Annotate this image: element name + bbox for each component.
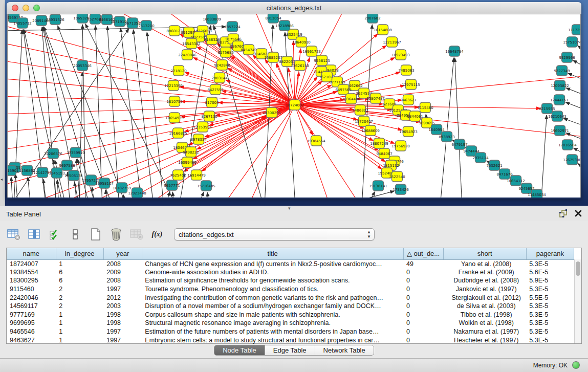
table-cell[interactable]: Yano et al. (2008)	[443, 259, 526, 268]
column-header-name[interactable]: name	[7, 248, 56, 259]
graph-node[interactable]: 9242848	[214, 60, 230, 70]
graph-node[interactable]: 20053346	[73, 60, 92, 71]
splitter-handle-icon[interactable]: ▾	[288, 206, 291, 211]
graph-node[interactable]: 2522540	[389, 171, 405, 182]
table-row[interactable]: 946554611997Estimation of the future num…	[7, 327, 574, 336]
graph-node[interactable]: 12975115	[402, 79, 420, 90]
graph-node[interactable]: 19756928	[391, 141, 410, 151]
table-cell[interactable]: 5.3E-5	[526, 259, 574, 268]
new-column-icon[interactable]	[88, 227, 103, 242]
table-cell[interactable]: 2008	[103, 276, 142, 285]
table-cell[interactable]: 1997	[103, 327, 142, 336]
graph-node[interactable]: 15720407	[355, 116, 373, 126]
table-cell[interactable]: 1	[56, 336, 103, 344]
function-builder-icon[interactable]: f(x)	[149, 227, 165, 242]
graph-node[interactable]: 1810755	[166, 96, 182, 106]
table-cell[interactable]: Hescheler et al. (1997)	[443, 336, 526, 344]
graph-node[interactable]: 10973493	[391, 50, 410, 60]
graph-node[interactable]: 10688609	[361, 125, 380, 136]
table-row[interactable]: 1938455462009Genome-wide association stu…	[7, 268, 574, 277]
graph-node[interactable]: 19384554	[307, 136, 325, 146]
graph-node[interactable]: 9463627	[400, 95, 416, 105]
graph-node[interactable]: 2718120	[170, 65, 186, 76]
table-cell[interactable]: 1	[56, 327, 103, 336]
table-cell[interactable]: Disruption of a novel member of a sodium…	[142, 302, 403, 311]
table-cell[interactable]: 49	[403, 259, 443, 268]
network-canvas[interactable]: 1872400788601238912954182260589827505818…	[7, 14, 581, 198]
graph-node[interactable]: 6497568	[335, 84, 351, 95]
graph-node[interactable]: 12093822	[551, 80, 569, 91]
table-cell[interactable]: 1	[56, 259, 103, 268]
graph-node[interactable]: 7486322	[352, 105, 368, 115]
table-cell[interactable]: 5.6E-5	[526, 268, 574, 277]
table-cell[interactable]: 2008	[103, 259, 142, 268]
table-cell[interactable]: de Silva et al. (2003)	[443, 302, 526, 311]
graph-node[interactable]: 19692971	[551, 125, 569, 136]
graph-node[interactable]: 19138141	[369, 181, 387, 191]
table-cell[interactable]: 2	[56, 285, 103, 294]
table-scrollbar-thumb[interactable]	[576, 261, 580, 276]
graph-node[interactable]: 20206576	[44, 148, 62, 159]
column-header-title[interactable]: title	[142, 248, 403, 259]
table-cell[interactable]: 5.3E-5	[526, 311, 574, 319]
graph-node[interactable]: 8267130	[201, 111, 217, 121]
show-columns-icon[interactable]	[27, 227, 42, 242]
table-cell[interactable]: Tourette syndrome. Phenomenology and cla…	[142, 285, 403, 294]
graph-node[interactable]: 2803144	[211, 73, 228, 83]
graph-node[interactable]: 7625402	[170, 170, 186, 180]
table-cell[interactable]: Estimation of significance thresholds fo…	[142, 276, 403, 285]
table-cell[interactable]: 5.5E-5	[526, 293, 574, 302]
table-cell[interactable]: Tibbo et al. (1998)	[443, 311, 526, 319]
table-cell[interactable]: 1997	[103, 336, 142, 344]
tab-edge-table[interactable]: Edge Table	[265, 345, 315, 355]
graph-node[interactable]: 9175685	[217, 47, 233, 57]
graph-node[interactable]: 10654933	[165, 113, 184, 123]
table-cell[interactable]: 5.3E-5	[526, 302, 574, 311]
table-cell[interactable]: 0	[403, 268, 443, 277]
table-row[interactable]: 969969511998Structural magnetic resonanc…	[7, 319, 574, 327]
table-cell[interactable]: 19384554	[7, 268, 56, 277]
table-cell[interactable]: 5.9E-5	[526, 276, 574, 285]
graph-node[interactable]: 15716485	[197, 181, 215, 191]
table-cell[interactable]: Estimation of the future numbers of pati…	[142, 327, 403, 336]
graph-node[interactable]: 2087682	[364, 14, 380, 23]
graph-node[interactable]: 16914479	[187, 170, 206, 180]
table-cell[interactable]: 18300295	[7, 276, 56, 285]
tab-node-table[interactable]: Node Table	[214, 345, 265, 355]
node-table-grid[interactable]: namein_degreeyeartitle△ out_de...shortpa…	[7, 248, 574, 344]
table-cell[interactable]: Investigating the contribution of common…	[142, 293, 403, 302]
table-cell[interactable]: 0	[403, 319, 443, 327]
table-cell[interactable]: 0	[403, 302, 443, 311]
select-rows-icon[interactable]	[47, 227, 62, 242]
table-cell[interactable]: 1	[56, 319, 103, 327]
table-cell[interactable]: 9777169	[7, 311, 56, 319]
table-cell[interactable]: 9463627	[7, 336, 56, 344]
table-cell[interactable]: Stergiakouli et al. (2012)	[443, 293, 526, 302]
graph-node[interactable]: 1733426	[393, 184, 409, 194]
graph-node[interactable]: 8938923	[439, 132, 454, 142]
side-panel-collapse-strip[interactable]: ◂	[0, 0, 5, 206]
graph-node[interactable]: 11172944	[568, 25, 581, 35]
table-cell[interactable]: Jankovic et al. (1997)	[443, 285, 526, 294]
table-cell[interactable]: 5.3E-5	[526, 336, 574, 344]
table-cell[interactable]: 0	[403, 336, 443, 344]
graph-node[interactable]: 16154808	[374, 25, 392, 35]
column-header-out_de[interactable]: △ out_de...	[403, 248, 443, 259]
column-settings-icon[interactable]	[6, 227, 21, 242]
table-cell[interactable]: 6	[56, 268, 103, 277]
row-height-icon[interactable]	[68, 227, 83, 242]
graph-node[interactable]: 16648784	[445, 46, 464, 56]
table-cell[interactable]: 5.3E-5	[526, 327, 574, 336]
table-row[interactable]: 946362711997Embryonic stem cells: a mode…	[7, 336, 574, 344]
collapse-arrow-icon[interactable]: ◂	[1, 177, 3, 182]
close-panel-icon[interactable]	[575, 210, 582, 217]
network-view-window[interactable]: citations_edges.txt 18724007886012389129…	[7, 2, 581, 199]
table-cell[interactable]: 14569117	[7, 302, 56, 311]
table-cell[interactable]: 9699695	[7, 319, 56, 327]
graph-node[interactable]: 9227349	[554, 65, 570, 76]
graph-node[interactable]: 8860123	[166, 26, 182, 36]
graph-node[interactable]: 9558123	[314, 55, 330, 65]
graph-node[interactable]: 1145193	[49, 168, 64, 178]
table-row[interactable]: 1872400712008Changes of HCN gene express…	[7, 259, 574, 268]
column-header-in_degree[interactable]: in_degree	[56, 248, 103, 259]
